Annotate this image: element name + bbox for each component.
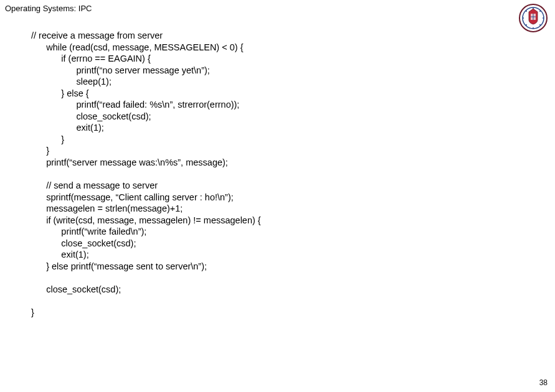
code-line: printf(“server message was:\n%s”, messag… xyxy=(31,157,228,167)
code-line: } else { xyxy=(31,88,89,98)
code-line: } else printf(“message sent to server\n”… xyxy=(31,261,207,271)
code-line: printf(“read failed: %s\n”, strerror(err… xyxy=(31,100,239,110)
code-line: close_socket(csd); xyxy=(31,238,136,248)
code-line: exit(1); xyxy=(31,250,89,259)
svg-point-7 xyxy=(526,11,527,12)
code-line: sleep(1); xyxy=(31,77,111,86)
code-line: } xyxy=(31,146,49,156)
svg-point-4 xyxy=(543,17,544,19)
svg-point-3 xyxy=(523,17,524,19)
svg-point-9 xyxy=(526,24,527,26)
svg-point-5 xyxy=(533,7,534,9)
page-number: 38 xyxy=(539,378,548,387)
code-line: // receive a message from server xyxy=(31,30,163,40)
university-crest-icon xyxy=(518,2,549,34)
code-line: messagelen = strlen(message)+1; xyxy=(31,203,183,213)
code-line: if (errno == EAGAIN) { xyxy=(31,54,151,63)
code-line: while (read(csd, message, MESSAGELEN) < … xyxy=(31,42,243,52)
code-line: sprintf(message, “Client calling server … xyxy=(31,192,234,202)
svg-point-10 xyxy=(539,24,541,26)
code-line: close_socket(csd); xyxy=(31,111,151,121)
code-line: // send a message to server xyxy=(31,180,158,190)
code-line: exit(1); xyxy=(31,123,104,133)
code-line: printf(“write failed\n”); xyxy=(31,226,146,236)
svg-point-6 xyxy=(533,27,534,29)
code-line: close_socket(csd); xyxy=(31,284,121,294)
code-line: } xyxy=(31,307,34,317)
code-line: printf(“no server message yet\n”); xyxy=(31,65,210,75)
code-line: } xyxy=(31,134,64,144)
code-line: if (write(csd, message, messagelen) != m… xyxy=(31,215,261,225)
svg-point-8 xyxy=(539,11,541,12)
slide-title: Operating Systems: IPC xyxy=(5,4,92,13)
code-listing: // receive a message from server while (… xyxy=(31,30,261,319)
slide-header: Operating Systems: IPC xyxy=(5,4,92,13)
